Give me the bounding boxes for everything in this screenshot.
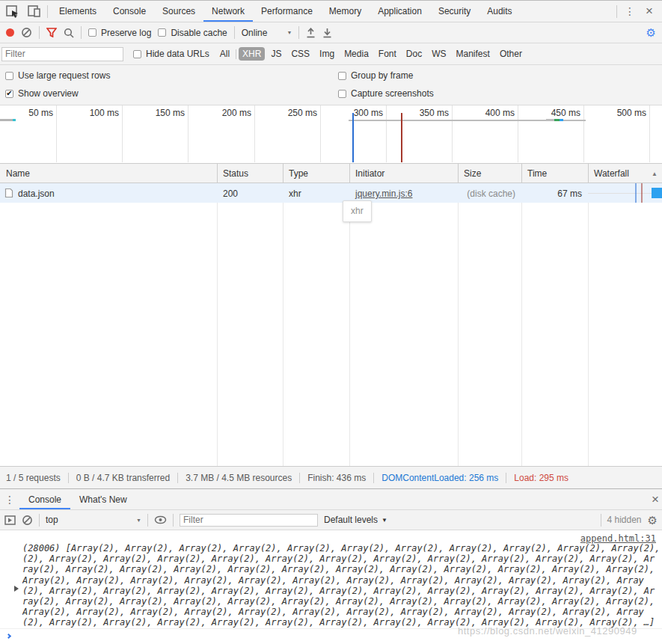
filter-doc[interactable]: Doc (402, 47, 426, 61)
disable-cache-checkbox[interactable]: Disable cache (158, 28, 227, 38)
column-divider[interactable] (588, 164, 589, 183)
log-levels-select[interactable]: Default levels ▼ (324, 515, 387, 525)
filter-other[interactable]: Other (496, 47, 526, 61)
waterfall-download-bar[interactable] (652, 188, 662, 198)
checkbox-unchecked[interactable] (88, 28, 96, 37)
tab-performance[interactable]: Performance (253, 1, 321, 22)
tab-audits[interactable]: Audits (479, 1, 520, 22)
source-location-link[interactable]: append.html:31 (580, 533, 656, 544)
panel-tabs: Elements Console Sources Network Perform… (51, 1, 521, 22)
column-header-name[interactable]: Name (6, 168, 30, 179)
checkbox-unchecked[interactable] (5, 72, 13, 80)
disable-cache-label: Disable cache (171, 28, 227, 38)
capture-screenshots-checkbox[interactable]: Capture screenshots (338, 88, 434, 99)
column-divider[interactable] (349, 164, 350, 183)
preserve-log-checkbox[interactable]: Preserve log (88, 28, 151, 38)
close-drawer-icon[interactable]: × (649, 492, 662, 507)
column-divider (521, 183, 522, 466)
column-header-type[interactable]: Type (289, 168, 308, 179)
filter-img[interactable]: Img (316, 47, 338, 61)
checkbox-unchecked[interactable] (158, 28, 166, 37)
search-icon[interactable] (64, 28, 74, 38)
filter-media[interactable]: Media (340, 47, 373, 61)
show-overview-checkbox[interactable]: ✔ Show overview (5, 88, 79, 99)
use-large-request-rows-checkbox[interactable]: Use large request rows (5, 70, 110, 81)
hide-data-urls-checkbox[interactable]: Hide data URLs (133, 49, 209, 59)
checkbox-unchecked[interactable] (133, 50, 141, 58)
console-sidebar-icon[interactable] (4, 515, 16, 525)
tab-memory[interactable]: Memory (321, 1, 370, 22)
time-tick-label: 300 ms (332, 108, 383, 118)
overview-request-bar (560, 119, 563, 121)
network-filter-input[interactable] (1, 47, 123, 61)
console-log-entry[interactable]: (28006) [Array(2), Array(2), Array(2), A… (22, 543, 661, 628)
execution-context-select[interactable]: top ▼ (46, 515, 141, 525)
close-devtools-icon[interactable]: × (643, 4, 656, 19)
column-header-status[interactable]: Status (223, 168, 248, 179)
record-icon[interactable] (6, 28, 14, 37)
group-by-frame-checkbox[interactable]: Group by frame (338, 70, 413, 81)
network-overview[interactable]: 50 ms 100 ms 150 ms 200 ms 250 ms 300 ms… (0, 105, 662, 164)
request-name: data.json (18, 188, 55, 199)
column-divider[interactable] (458, 164, 459, 183)
checkbox-checked[interactable]: ✔ (5, 90, 13, 98)
checkbox-unchecked[interactable] (338, 72, 346, 80)
network-filter-bar: Hide data URLs All XHR JS CSS Img Media … (0, 43, 662, 65)
drawer-tab-whats-new[interactable]: What's New (70, 489, 136, 509)
import-har-icon[interactable] (306, 28, 316, 38)
resource-type-filters: All XHR JS CSS Img Media Font Doc WS Man… (216, 47, 526, 61)
tab-application[interactable]: Application (370, 1, 430, 22)
export-har-icon[interactable] (322, 28, 332, 38)
use-large-request-rows-label: Use large request rows (18, 70, 110, 81)
initiator-link[interactable]: jquery.min.js:6 (355, 188, 412, 199)
tab-console[interactable]: Console (105, 1, 154, 22)
checkbox-unchecked[interactable] (338, 90, 346, 98)
device-toolbar-icon[interactable] (28, 5, 41, 18)
filter-funnel-icon[interactable] (46, 28, 57, 37)
divider (147, 514, 148, 527)
console-filter-input[interactable] (180, 514, 318, 527)
console-log-line: ray(2), Array(2), Array(2), Array(2), Ar… (22, 564, 661, 574)
filter-manifest[interactable]: Manifest (453, 47, 494, 61)
dom-content-loaded-line (635, 183, 637, 203)
filter-all[interactable]: All (216, 47, 233, 61)
tab-network[interactable]: Network (203, 1, 253, 22)
eye-icon[interactable] (154, 515, 167, 524)
console-settings-gear-icon[interactable]: ⚙ (648, 515, 658, 526)
drawer-more-options-icon[interactable]: ⋮ (0, 494, 19, 506)
console-log-line: (2), Array(2), Array(2), Array(2), Array… (22, 553, 661, 564)
column-header-size[interactable]: Size (464, 168, 481, 179)
hidden-messages-count[interactable]: 4 hidden (607, 515, 642, 525)
column-header-waterfall[interactable]: Waterfall (594, 168, 629, 179)
column-divider[interactable] (521, 164, 522, 183)
requests-table-body: data.json 200 xhr jquery.min.js:6 (disk … (0, 183, 662, 466)
sort-ascending-icon[interactable]: ▲ (652, 171, 658, 177)
tab-elements[interactable]: Elements (51, 1, 105, 22)
hide-data-urls-label: Hide data URLs (146, 49, 209, 59)
divider (39, 514, 40, 527)
filter-font[interactable]: Font (375, 47, 400, 61)
log-levels-value: Default levels (324, 515, 378, 525)
filter-css[interactable]: CSS (287, 47, 313, 61)
tab-security[interactable]: Security (430, 1, 479, 22)
throttling-select[interactable]: Online ▼ (242, 28, 292, 38)
column-divider[interactable] (217, 164, 218, 183)
load-event-line (401, 113, 402, 162)
filter-js[interactable]: JS (267, 47, 285, 61)
inspect-element-icon[interactable] (6, 5, 19, 18)
clear-icon[interactable] (21, 27, 32, 38)
network-settings-gear-icon[interactable]: ⚙ (646, 27, 656, 38)
column-header-initiator[interactable]: Initiator (355, 168, 384, 179)
filter-xhr[interactable]: XHR (239, 47, 265, 61)
request-row-data-json[interactable]: data.json 200 xhr jquery.min.js:6 (disk … (0, 183, 662, 203)
more-options-icon[interactable]: ⋮ (620, 5, 640, 17)
column-header-time[interactable]: Time (527, 168, 547, 179)
drawer-tab-console[interactable]: Console (19, 489, 70, 509)
watermark-text: https://blog.csdn.net/weixin_41290949 (458, 625, 662, 637)
divider (234, 26, 235, 39)
clear-console-icon[interactable] (22, 515, 33, 526)
column-divider[interactable] (283, 164, 284, 183)
tab-sources[interactable]: Sources (154, 1, 203, 22)
filter-ws[interactable]: WS (428, 47, 450, 61)
expand-triangle-icon[interactable] (14, 586, 19, 592)
